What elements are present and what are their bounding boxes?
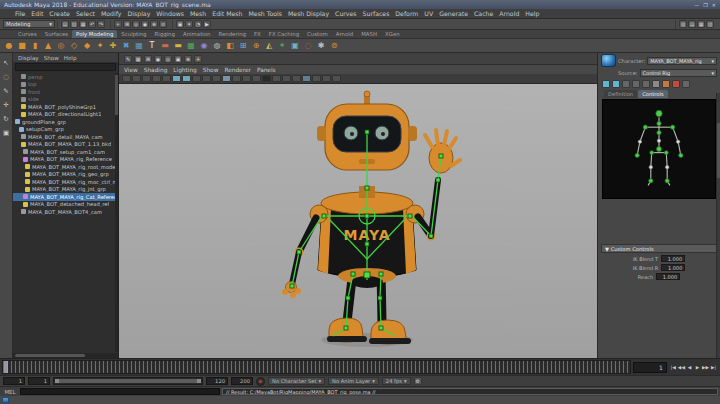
bridge[interactable]: ⊞ xyxy=(237,40,249,52)
character-controls-icon[interactable] xyxy=(652,80,660,88)
shelf-tab[interactable]: Sculpting xyxy=(117,30,150,38)
viewport-toolbar-icon[interactable] xyxy=(172,75,181,82)
multi-cut[interactable]: ◉ xyxy=(198,40,210,52)
panel-menu-item[interactable]: Panels xyxy=(257,67,276,73)
viewport-toolbar-icon[interactable] xyxy=(272,75,281,82)
menu-item[interactable]: UV xyxy=(421,10,436,17)
shelf-tab[interactable]: Poly Modeling xyxy=(72,30,117,38)
custom-controls-header[interactable]: ▼ Custom Controls xyxy=(601,244,717,253)
viewport-toolbar-icon[interactable] xyxy=(312,75,321,82)
viewport-toolbar-icon[interactable] xyxy=(322,75,331,82)
menu-item[interactable]: Deform xyxy=(392,10,421,17)
outliner-menu-item[interactable]: Help xyxy=(64,55,77,61)
viewport-toolbar-icon[interactable] xyxy=(222,75,231,82)
character-controls-icon[interactable] xyxy=(682,80,690,88)
secondary-icon[interactable]: ▣ xyxy=(174,55,182,63)
shelf-tab[interactable]: FX xyxy=(250,30,265,38)
outliner-search-input[interactable] xyxy=(15,63,116,71)
custom-control-value[interactable]: 1.000 xyxy=(661,255,685,262)
menu-item[interactable]: Create xyxy=(46,10,73,17)
character-map[interactable] xyxy=(602,99,716,199)
outliner-item[interactable]: MAYA_BOT_MAYA_rig_root_modeling xyxy=(13,163,118,171)
source-dropdown[interactable]: Control Rig▾ xyxy=(640,69,717,77)
target-weld[interactable]: ◍ xyxy=(211,40,223,52)
shelf-tab[interactable]: Animation xyxy=(179,30,214,38)
outliner-item[interactable]: setupCam_grp xyxy=(13,126,118,134)
animation-start-field[interactable]: 1 xyxy=(3,377,25,385)
status-icon[interactable]: ▦ xyxy=(79,20,87,28)
panel-menu-item[interactable]: View xyxy=(124,67,138,73)
bevel[interactable]: ◧ xyxy=(224,40,236,52)
menu-item[interactable]: Display xyxy=(125,10,154,17)
secondary-icon[interactable]: ✛ xyxy=(194,55,202,63)
viewport-toolbar-icon[interactable] xyxy=(142,75,151,82)
status-icon[interactable]: ▤ xyxy=(61,20,69,28)
sidebar-toggle-icon[interactable]: ▧ xyxy=(706,20,714,28)
move-tool[interactable]: ✛ xyxy=(1,100,11,109)
character-controls-icon[interactable] xyxy=(642,80,650,88)
snap-icon[interactable]: ◉ xyxy=(141,20,149,28)
secondary-icon[interactable]: ▦ xyxy=(134,55,142,63)
extrude[interactable]: ⊕ xyxy=(250,40,262,52)
viewport-toolbar-icon[interactable] xyxy=(212,75,221,82)
symmetry[interactable]: ✶ xyxy=(276,40,288,52)
poly-platonic[interactable]: ✦ xyxy=(94,40,106,52)
character-controls-icon[interactable] xyxy=(602,80,610,88)
sidebar-toggle-icon[interactable]: ▦ xyxy=(697,20,705,28)
snap-icon[interactable]: ◎ xyxy=(132,20,140,28)
combine[interactable]: ✖ xyxy=(120,40,132,52)
menu-set-selector[interactable]: Modeling▾ xyxy=(3,20,55,28)
playback-end-field[interactable]: 120 xyxy=(206,377,228,385)
character-controls-icon[interactable] xyxy=(632,80,640,88)
shelf-tab[interactable]: Custom xyxy=(303,30,332,38)
window-button[interactable]: ✕ xyxy=(712,2,716,8)
status-icon[interactable]: ↷ xyxy=(97,20,105,28)
script-editor-icon[interactable] xyxy=(2,397,9,403)
character-dropdown[interactable]: MAYA_BOT_MAYA_rig▾ xyxy=(647,57,717,65)
playback-button[interactable]: ▶ xyxy=(694,362,701,373)
outliner-vscrollbar[interactable] xyxy=(115,73,118,352)
character-controls-tab[interactable]: Controls xyxy=(638,90,667,98)
viewport-canvas[interactable]: MAYA xyxy=(119,84,597,358)
playback-speed-menu[interactable]: 24 fps▾ xyxy=(382,377,411,385)
secondary-icon[interactable]: ◎ xyxy=(164,55,172,63)
custom-control-value[interactable]: 1.000 xyxy=(661,264,685,271)
viewport-toolbar-icon[interactable] xyxy=(182,75,191,82)
sweep[interactable]: ⊚ xyxy=(328,40,340,52)
menu-item[interactable]: Mesh Display xyxy=(285,10,332,17)
boolean-union[interactable]: ▬ xyxy=(159,40,171,52)
secondary-icon[interactable]: ◉ xyxy=(154,55,162,63)
spin-edge[interactable]: ✱ xyxy=(315,40,327,52)
poly-sphere[interactable]: ● xyxy=(3,40,15,52)
panel-menu-item[interactable]: Shading xyxy=(144,67,168,73)
anim-layer-menu[interactable]: No Anim Layer▾ xyxy=(328,377,379,385)
outliner-item[interactable]: MAYA_BOT_MAYA_rig_jnt_grp xyxy=(13,186,118,194)
outliner-item[interactable]: MAYA_BOT_MAYA_BOT_1.13_bkd xyxy=(13,141,118,149)
shelf-tab[interactable]: Rendering xyxy=(214,30,250,38)
playback-button[interactable]: ◀◀ xyxy=(678,362,685,373)
snap-icon[interactable]: ⊞ xyxy=(123,20,131,28)
type-tool[interactable]: T xyxy=(146,40,158,52)
outliner-item[interactable]: front xyxy=(13,88,118,96)
render-icon[interactable]: ▣ xyxy=(176,20,184,28)
command-input[interactable] xyxy=(20,388,220,395)
outliner-item[interactable]: MAYA_BOT_MAYA_rig_geo_grp xyxy=(13,171,118,179)
menu-item[interactable]: Mesh xyxy=(187,10,209,17)
outliner-menu-item[interactable]: Display xyxy=(18,55,39,61)
outliner-item[interactable]: MAYA_BOT_MAYA_BOT4_cam xyxy=(13,208,118,216)
animation-preferences-icon[interactable]: ⚙ xyxy=(414,377,422,385)
poly-cylinder[interactable]: ▮ xyxy=(29,40,41,52)
secondary-icon[interactable]: ⊕ xyxy=(184,55,192,63)
viewport-toolbar-icon[interactable] xyxy=(282,75,291,82)
viewport-toolbar-icon[interactable] xyxy=(302,75,311,82)
outliner-hscrollbar[interactable] xyxy=(13,353,118,358)
sculpt-tool[interactable]: ✚ xyxy=(107,40,119,52)
character-set-menu[interactable]: No Character Set▾ xyxy=(268,377,325,385)
shelf-tab[interactable]: MASH xyxy=(357,30,381,38)
viewport-toolbar-icon[interactable] xyxy=(332,75,341,82)
viewport-toolbar-icon[interactable] xyxy=(162,75,171,82)
sidebar-toggle-icon[interactable]: ▤ xyxy=(688,20,696,28)
outliner-item[interactable]: MAYA_BOT_directionalLight1 xyxy=(13,111,118,119)
snap-icon[interactable]: ⊘ xyxy=(159,20,167,28)
mel-toggle[interactable]: MEL xyxy=(0,387,20,396)
